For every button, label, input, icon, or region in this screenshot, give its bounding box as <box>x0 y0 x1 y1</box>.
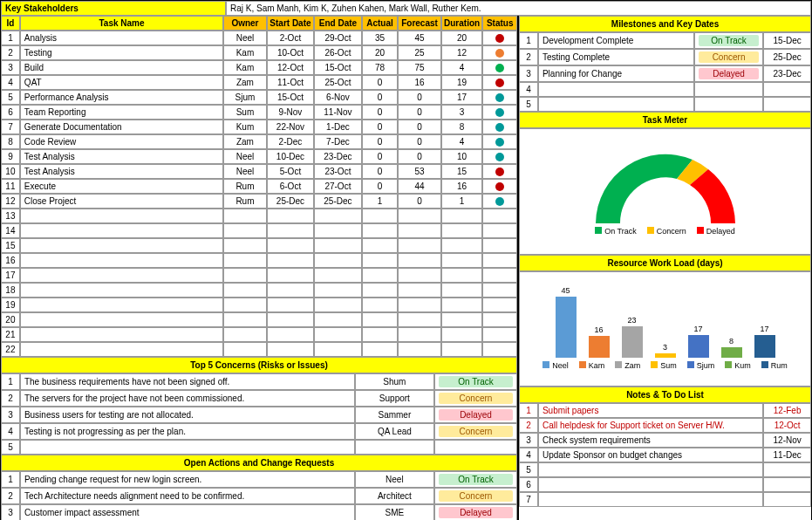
status-dot-icon <box>495 108 504 117</box>
issue-row[interactable]: 5 <box>1 440 517 455</box>
table-row[interactable]: 13 <box>1 209 517 223</box>
bar-Sum: 3 <box>653 343 678 358</box>
table-row[interactable]: 19 <box>1 298 517 312</box>
bar-Neel: 45 <box>554 286 578 358</box>
table-row[interactable]: 17 <box>1 268 517 283</box>
task-meter-chart: On Track Concern Delayed <box>519 128 811 255</box>
status-dot-icon <box>495 79 504 87</box>
note-row[interactable]: 4 Update Sponsor on budget changes 11-De… <box>519 448 811 462</box>
hdr-status: Status <box>482 16 517 31</box>
table-row[interactable]: 6 Team Reporting Sum 9-Nov 11-Nov 0 0 3 <box>1 105 517 120</box>
table-row[interactable]: 5 Performance Analysis Sjum 15-Oct 6-Nov… <box>1 90 517 105</box>
table-row[interactable]: 8 Code Review Zam 2-Dec 7-Dec 0 0 4 <box>1 134 517 149</box>
note-row[interactable]: 7 <box>519 492 811 507</box>
legend-ontrack: On Track <box>604 227 637 236</box>
status-dot-icon <box>495 197 504 206</box>
milestone-row[interactable]: 3 Planning for Change Delayed 23-Dec <box>519 65 811 82</box>
table-row[interactable]: 22 <box>1 342 517 357</box>
stakeholders-row: Key Stakeholders Raj K, Sam Manh, Kim K,… <box>1 1 811 16</box>
actions-header: Open Actions and Change Requests <box>1 455 517 471</box>
table-row[interactable]: 3 Build Kam 12-Oct 15-Oct 78 75 4 <box>1 60 517 75</box>
stakeholders-value[interactable]: Raj K, Sam Manh, Kim K, Zuhen Kahen, Mar… <box>226 1 811 16</box>
issue-row[interactable]: 3 Customer impact assessment SME Delayed <box>1 504 517 520</box>
issue-row[interactable]: 3 Business users for testing are not all… <box>1 407 517 423</box>
note-row[interactable]: 3 Check system requirements 12-Nov <box>519 433 811 448</box>
note-row[interactable]: 1 Submit papers 12-Feb <box>519 403 811 418</box>
status-dot-icon <box>495 168 504 176</box>
table-row[interactable]: 10 Test Analysis Neel 5-Oct 23-Oct 0 53 … <box>1 164 517 179</box>
issue-row[interactable]: 1 Pending change request for new login s… <box>1 471 517 488</box>
issue-row[interactable]: 1 The business requirements have not bee… <box>1 373 517 390</box>
hdr-actual: Actual <box>362 16 399 31</box>
status-dot-icon <box>495 123 504 132</box>
meter-header: Task Meter <box>519 112 811 128</box>
table-row[interactable]: 21 <box>1 327 517 342</box>
gauge-icon <box>578 136 753 223</box>
bar-Kam: 16 <box>587 325 611 358</box>
milestone-row[interactable]: 1 Development Complete On Track 15-Dec <box>519 32 811 49</box>
legend-delayed: Delayed <box>706 227 735 236</box>
concerns-header: Top 5 Concerns (Risks or Issues) <box>1 357 517 373</box>
table-row[interactable]: 14 <box>1 223 517 238</box>
table-row[interactable]: 12 Close Project Rum 25-Dec 25-Dec 1 0 1 <box>1 194 517 209</box>
status-dot-icon <box>495 138 504 147</box>
table-row[interactable]: 11 Execute Rum 6-Oct 27-Oct 0 44 16 <box>1 179 517 194</box>
status-dot-icon <box>495 93 504 102</box>
table-row[interactable]: 18 <box>1 283 517 298</box>
table-row[interactable]: 16 <box>1 253 517 268</box>
note-row[interactable]: 2 Call helpdesk for Support ticket on Se… <box>519 418 811 433</box>
hdr-owner: Owner <box>223 16 267 31</box>
bar-Kum: 8 <box>720 337 744 358</box>
hdr-end: End Date <box>314 16 361 31</box>
status-dot-icon <box>495 34 504 43</box>
milestone-row[interactable]: 2 Testing Complete Concern 25-Dec <box>519 49 811 65</box>
table-row[interactable]: 7 Generate Documentation Kum 22-Nov 1-De… <box>1 120 517 134</box>
bar-Zam: 23 <box>620 316 645 358</box>
milestone-row[interactable]: 4 <box>519 82 811 97</box>
task-header-row: Id Task Name Owner Start Date End Date A… <box>1 16 517 31</box>
table-row[interactable]: 1 Analysis Neel 2-Oct 29-Oct 35 45 20 <box>1 31 517 45</box>
workload-header: Resource Work Load (days) <box>519 255 811 271</box>
table-row[interactable]: 20 <box>1 312 517 327</box>
issue-row[interactable]: 2 The servers for the project have not b… <box>1 390 517 407</box>
workload-chart: 45 16 23 3 17 8 17 NeelKamZamSumSjumKumR… <box>519 271 811 387</box>
stakeholders-label: Key Stakeholders <box>1 1 226 16</box>
table-row[interactable]: 2 Testing Kam 10-Oct 26-Oct 20 25 12 <box>1 45 517 60</box>
status-dot-icon <box>495 49 504 58</box>
issue-row[interactable]: 2 Tech Architecture needs alignment need… <box>1 488 517 504</box>
hdr-start: Start Date <box>267 16 314 31</box>
table-row[interactable]: 9 Test Analysis Neel 10-Dec 23-Dec 0 0 1… <box>1 149 517 164</box>
legend-concern: Concern <box>657 227 686 236</box>
status-dot-icon <box>495 182 504 191</box>
bar-Sjum: 17 <box>686 325 711 358</box>
hdr-id: Id <box>1 16 20 31</box>
notes-header: Notes & To Do List <box>519 387 811 403</box>
hdr-forecast: Forecast <box>398 16 441 31</box>
hdr-task: Task Name <box>20 16 223 31</box>
table-row[interactable]: 15 <box>1 238 517 253</box>
bar-Rum: 17 <box>753 325 777 358</box>
note-row[interactable]: 5 <box>519 462 811 477</box>
milestones-header: Milestones and Key Dates <box>519 16 811 32</box>
hdr-duration: Duration <box>441 16 483 31</box>
note-row[interactable]: 6 <box>519 477 811 492</box>
milestone-row[interactable]: 5 <box>519 97 811 112</box>
status-dot-icon <box>495 153 504 161</box>
table-row[interactable]: 4 QAT Zam 11-Oct 25-Oct 0 16 19 <box>1 75 517 90</box>
status-dot-icon <box>495 64 504 72</box>
issue-row[interactable]: 4 Testing is not progressing as per the … <box>1 423 517 440</box>
